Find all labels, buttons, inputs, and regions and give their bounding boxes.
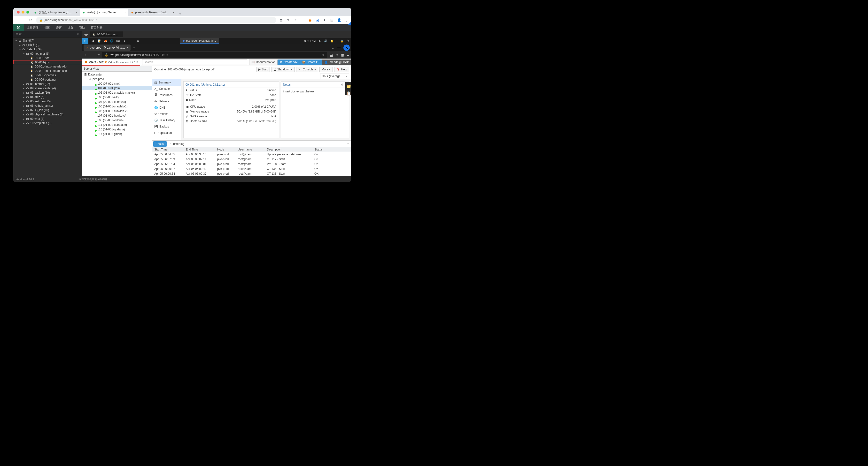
ff-close-icon[interactable]: ✕ [343,44,350,51]
app-editor-icon[interactable]: 📝 [96,38,102,44]
pve-tree-node[interactable]: 🗄Datacenter [82,72,152,77]
pve-tree-node[interactable]: 106 (01-001-crawlab-2) [82,109,152,113]
pve-tree-node[interactable]: 104 (00-001-openvas) [82,99,152,104]
asset-tree-node[interactable]: ▸🗀收藏夹 (3) [13,43,82,47]
forward-icon[interactable]: → [23,18,27,22]
app-globe-icon[interactable]: 🌐 [109,38,115,44]
asset-tree-node[interactable]: ▸🗀08-physical_machines (8) [13,112,82,116]
folder-icon[interactable]: 📁 [346,84,350,88]
side-replication[interactable]: ⎘Replication [152,130,181,136]
browser-tab[interactable]: ◆pve-prod - Proxmox Virtual En…× [128,9,177,16]
new-tab-button[interactable]: + [177,11,184,16]
browser-tab[interactable]: ◆仪表盘 - JumpServer 开源堡垒…× [31,9,80,16]
menu-item[interactable]: 视图 [41,26,53,30]
asset-tree-node[interactable]: ▸🗀06-vulhub_lan (1) [13,104,82,108]
menu-item[interactable]: 文件管理 [24,26,41,30]
collapse-icon[interactable]: ⌃ [345,142,351,146]
pve-tree-node[interactable]: 102 (01-001-crawlab-master) [82,90,152,95]
chevron-down-icon[interactable]: ⌄ [152,136,181,139]
forward-icon[interactable]: → [90,53,94,57]
asset-tree-node[interactable]: 🐧00-001-openvas [13,73,82,77]
pve-tree-node[interactable]: 117 (01-001-gitlab) [82,132,152,136]
asset-tree-node[interactable]: ▾🗀00-net_mgr (6) [13,52,82,56]
task-row[interactable]: Apr 05 06:34:35Apr 05 06:35:10pve-prodro… [152,152,351,157]
power-icon[interactable]: ⏻ [347,39,349,42]
more-button[interactable]: More ▾ [319,67,333,72]
close-icon[interactable]: × [173,11,175,14]
share-icon[interactable]: ⇧ [286,18,290,23]
asset-tree-node[interactable]: ▸🗀01-internal (22) [13,82,82,86]
create-ct-button[interactable]: 📦 Create CT [300,60,322,65]
help-button[interactable]: ❓ Help [334,67,349,72]
chevron-down-icon[interactable]: ▾ [121,38,128,44]
app-firefox-icon[interactable]: 🦊 [102,38,109,44]
pve-tree-node[interactable]: 101 (00-001-jms) [82,86,152,90]
pve-tree-node[interactable]: 108 (06-001-vulhub) [82,118,152,123]
start-menu-icon[interactable]: ◷ [82,38,88,44]
asset-tree-node[interactable]: ▸🗀07-k3_lan (10) [13,108,82,112]
app-terminal-icon[interactable]: ⌨ [115,38,121,44]
asset-tree-node[interactable]: ▸🗀03-backup (10) [13,91,82,95]
pve-tree-node[interactable]: 103 (03-001-elk) [82,95,152,99]
macos-minimize[interactable] [22,11,25,13]
asset-tree-node[interactable]: ▸🗀02-share_center (4) [13,86,82,91]
timerange-select[interactable]: Hour (average)▾ [320,73,349,79]
close-icon[interactable]: × [75,11,78,14]
taskbar-window[interactable]: ◉ pve-prod - Proxmox Virt... [180,38,219,43]
asset-tree-node[interactable]: ▸🗀04-dmz (5) [13,95,82,99]
side-resources[interactable]: 🗄Resources [152,92,181,98]
task-row[interactable]: Apr 05 06:00:37Apr 05 06:00:40pve-prodro… [152,166,351,171]
browser-tab[interactable]: ◆Web终端 - JumpServer 开源堡…× [80,9,128,16]
ff-ext1-icon[interactable]: ⬓ [330,53,333,57]
reload-icon[interactable]: ⟳ [97,53,100,57]
back-icon[interactable]: ← [84,53,88,57]
firefox-tab[interactable]: ✕ pve-prod - Proxmox Virtu… × [84,44,130,51]
app-chrome-icon[interactable]: ◉ [135,38,141,44]
ff-menu-icon[interactable]: ≡ [347,53,349,57]
install-icon[interactable]: ⬒ [279,18,283,23]
side-console[interactable]: >_Console [152,86,181,92]
asset-tree-node[interactable]: 🐧00-001-linux-jmeade-rdp [13,64,82,69]
app-filemanager-icon[interactable]: 🗂 [90,38,96,44]
side-dns[interactable]: 🌐DNS [152,104,181,111]
asset-tree-node[interactable]: ▾🗀我的资产 [13,38,82,43]
server-view-selector[interactable]: Server View [82,66,152,72]
indicator-icon[interactable]: 🖧 [318,39,321,42]
clipboard-icon[interactable]: 📋 [346,91,350,95]
ext1-icon[interactable]: ◉ [308,18,312,23]
pve-tree-node[interactable]: 🖥pve-prod [82,77,152,81]
list-tabs-icon[interactable]: ⌄ [331,45,334,50]
menu-item[interactable]: 窗口列表 [88,26,105,30]
close-icon[interactable]: × [124,11,126,14]
menu-item[interactable]: 帮助 [76,26,88,30]
start-button[interactable]: ▶ Start [256,67,270,72]
task-row[interactable]: Apr 05 06:07:09Apr 05 06:07:11pve-prodro… [152,157,351,162]
pve-search[interactable]: Search [142,60,247,65]
side-summary[interactable]: ▤Summary [152,79,181,86]
session-tab[interactable]: 🐧 00-001-linux-jm... × [90,31,123,37]
ff-ext2-icon[interactable]: ▦ [341,53,345,57]
ff-minimize-icon[interactable]: — [336,44,342,51]
asset-tree-node[interactable]: 🐧00-001-ivre [13,56,82,60]
asset-tree-node[interactable]: ▸🗀10-templates (3) [13,121,82,125]
asset-tree-node[interactable]: ▾🗀Default (79) [13,47,82,52]
documentation-button[interactable]: 📖 Documentation [249,60,278,65]
side-network[interactable]: 🖧Network [152,98,181,104]
macos-zoom[interactable] [26,11,29,13]
asset-tree-node[interactable]: ▸🗀05-test_lan (15) [13,99,82,104]
asset-tree-node[interactable]: 🐧00-001-linux-jmeade-ssh [13,69,82,73]
close-icon[interactable]: × [126,46,128,49]
bookmark-icon[interactable]: ☆ [322,53,324,57]
resize-handle-icon[interactable]: ◢ [347,20,351,25]
pve-tree-node[interactable]: 116 (01-001-grafana) [82,127,152,132]
user-button[interactable]: 👤 jmeade@LDAP [322,60,351,65]
pve-tree-node[interactable]: 105 (01-001-crawlab-1) [82,104,152,109]
menu-item[interactable]: 设置 [65,26,76,30]
address-bar[interactable]: 🔒 jms.evling.tech/luna/?_=1649084148207 [36,17,276,23]
ext2-icon[interactable]: ▣ [315,18,320,23]
reading-list-icon[interactable]: ▤ [330,18,334,23]
tab-nav-icon[interactable]: ◀▶ [83,33,89,36]
volume-icon[interactable]: 🔊 [324,39,328,42]
ff-extensions-icon[interactable]: ✦ [335,53,339,57]
tab-cluster-log[interactable]: Cluster log [167,141,187,146]
